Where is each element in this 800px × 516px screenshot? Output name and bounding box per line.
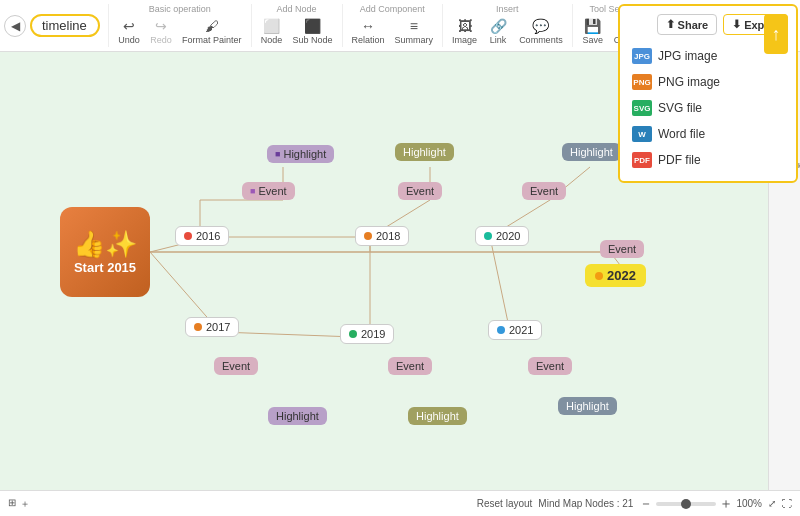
zoom-out-button[interactable]: － bbox=[639, 495, 653, 513]
sub-node-button[interactable]: ⬛Sub Node bbox=[290, 16, 336, 47]
dot-green bbox=[349, 330, 357, 338]
export-svg-item[interactable]: SVG SVG file bbox=[628, 95, 788, 121]
year-2022-node[interactable]: 2022 bbox=[585, 264, 646, 287]
add-node-group: Add Node ⬜Node ⬛Sub Node bbox=[251, 4, 342, 47]
highlight-4-node[interactable]: Highlight bbox=[268, 407, 327, 425]
year-2017-node[interactable]: 2017 bbox=[185, 317, 239, 337]
summary-button[interactable]: ≡Summary bbox=[392, 16, 437, 47]
save-button[interactable]: 💾Save bbox=[579, 16, 607, 47]
year-2020-node[interactable]: 2020 bbox=[475, 226, 529, 246]
year-2017-label: 2017 bbox=[206, 321, 230, 333]
dot-orange bbox=[194, 323, 202, 331]
event-4-node[interactable]: Event bbox=[600, 240, 644, 258]
fullscreen-button[interactable]: ⛶ bbox=[782, 498, 792, 509]
link-button[interactable]: 🔗Link bbox=[484, 16, 512, 47]
document-title[interactable]: timeline bbox=[30, 14, 100, 37]
export-png-item[interactable]: PNG PNG image bbox=[628, 69, 788, 95]
dot-yellow bbox=[595, 272, 603, 280]
event-5-node[interactable]: Event bbox=[214, 357, 258, 375]
bottom-bar: ⊞ ＋ Reset layout Mind Map Nodes : 21 － ＋… bbox=[0, 490, 800, 516]
jpg-label: JPG image bbox=[658, 49, 717, 63]
highlight-6-label: Highlight bbox=[566, 400, 609, 412]
reset-layout-button[interactable]: Reset layout bbox=[477, 498, 533, 509]
highlight-3-node[interactable]: Highlight bbox=[562, 143, 621, 161]
export-word-item[interactable]: W Word file bbox=[628, 121, 788, 147]
add-node-label: Add Node bbox=[277, 4, 317, 14]
start-node-label: Start 2015 bbox=[74, 260, 136, 275]
undo-button[interactable]: ↩Undo bbox=[115, 16, 143, 47]
start-node[interactable]: 👍✨ Start 2015 bbox=[60, 207, 150, 297]
png-icon: PNG bbox=[632, 74, 652, 90]
add-component-label: Add Component bbox=[360, 4, 425, 14]
event-3-node[interactable]: Event bbox=[522, 182, 566, 200]
year-2019-label: 2019 bbox=[361, 328, 385, 340]
year-2018-label: 2018 bbox=[376, 230, 400, 242]
zoom-track[interactable] bbox=[656, 502, 716, 506]
node-button[interactable]: ⬜Node bbox=[258, 16, 286, 47]
bottom-left-icons: ⊞ ＋ bbox=[8, 497, 30, 511]
event-6-label: Event bbox=[396, 360, 424, 372]
event-7-node[interactable]: Event bbox=[528, 357, 572, 375]
pdf-icon: PDF bbox=[632, 152, 652, 168]
redo-button[interactable]: ↪Redo bbox=[147, 16, 175, 47]
pdf-label: PDF file bbox=[658, 153, 701, 167]
insert-group: Insert 🖼Image 🔗Link 💬Comments bbox=[442, 4, 572, 47]
event-4-label: Event bbox=[608, 243, 636, 255]
insert-label: Insert bbox=[496, 4, 519, 14]
event-icon: ■ bbox=[250, 186, 255, 196]
highlight-1-node[interactable]: ■ Highlight bbox=[267, 145, 334, 163]
comments-button[interactable]: 💬Comments bbox=[516, 16, 566, 47]
format-painter-button[interactable]: 🖌Format Painter bbox=[179, 16, 245, 47]
event-2-node[interactable]: Event bbox=[398, 182, 442, 200]
event-1-label: Event bbox=[258, 185, 286, 197]
year-2020-label: 2020 bbox=[496, 230, 520, 242]
event-6-node[interactable]: Event bbox=[388, 357, 432, 375]
dot-teal bbox=[484, 232, 492, 240]
relation-button[interactable]: ↔Relation bbox=[349, 16, 388, 47]
highlight-6-node[interactable]: Highlight bbox=[558, 397, 617, 415]
dot-red bbox=[184, 232, 192, 240]
node-info: Mind Map Nodes : 21 bbox=[538, 498, 633, 509]
svg-line-5 bbox=[220, 332, 355, 337]
png-label: PNG image bbox=[658, 75, 720, 89]
share-label: Share bbox=[678, 19, 709, 31]
image-button[interactable]: 🖼Image bbox=[449, 16, 480, 47]
year-2018-node[interactable]: 2018 bbox=[355, 226, 409, 246]
zoom-thumb bbox=[681, 499, 691, 509]
word-label: Word file bbox=[658, 127, 705, 141]
event-5-label: Event bbox=[222, 360, 250, 372]
svg-icon: SVG bbox=[632, 100, 652, 116]
back-button[interactable]: ◀ bbox=[4, 15, 26, 37]
year-2022-label: 2022 bbox=[607, 268, 636, 283]
year-2019-node[interactable]: 2019 bbox=[340, 324, 394, 344]
jpg-icon: JPG bbox=[632, 48, 652, 64]
basic-operation-group: Basic operation ↩Undo ↪Redo 🖌Format Pain… bbox=[108, 4, 251, 47]
year-2016-node[interactable]: 2016 bbox=[175, 226, 229, 246]
share-icon: ⬆ bbox=[666, 18, 675, 31]
share-button[interactable]: ⬆ Share bbox=[657, 14, 718, 35]
year-2016-label: 2016 bbox=[196, 230, 220, 242]
zoom-controls: － ＋ 100% bbox=[639, 495, 762, 513]
year-2021-node[interactable]: 2021 bbox=[488, 320, 542, 340]
plus-icon[interactable]: ＋ bbox=[20, 497, 30, 511]
export-header: ⬆ Share ⬇ Export ↑ bbox=[628, 14, 788, 35]
highlight-5-label: Highlight bbox=[416, 410, 459, 422]
svg-line-16 bbox=[490, 237, 510, 332]
word-icon: W bbox=[632, 126, 652, 142]
highlight-2-node[interactable]: Highlight bbox=[395, 143, 454, 161]
highlight-4-label: Highlight bbox=[276, 410, 319, 422]
highlight-5-node[interactable]: Highlight bbox=[408, 407, 467, 425]
svg-label: SVG file bbox=[658, 101, 702, 115]
highlight-3-label: Highlight bbox=[570, 146, 613, 158]
bottom-right-controls: Reset layout Mind Map Nodes : 21 － ＋ 100… bbox=[477, 495, 792, 513]
fit-screen-button[interactable]: ⤢ bbox=[768, 498, 776, 509]
event-1-node[interactable]: ■ Event bbox=[242, 182, 295, 200]
export-arrow-icon: ↑ bbox=[764, 14, 788, 54]
zoom-in-button[interactable]: ＋ bbox=[719, 495, 733, 513]
export-pdf-item[interactable]: PDF PDF file bbox=[628, 147, 788, 173]
highlight-2-label: Highlight bbox=[403, 146, 446, 158]
event-3-label: Event bbox=[530, 185, 558, 197]
export-dropdown: ⬆ Share ⬇ Export ↑ JPG JPG image PNG PNG… bbox=[618, 4, 798, 183]
basic-operation-label: Basic operation bbox=[149, 4, 211, 14]
grid-icon: ⊞ bbox=[8, 497, 16, 511]
